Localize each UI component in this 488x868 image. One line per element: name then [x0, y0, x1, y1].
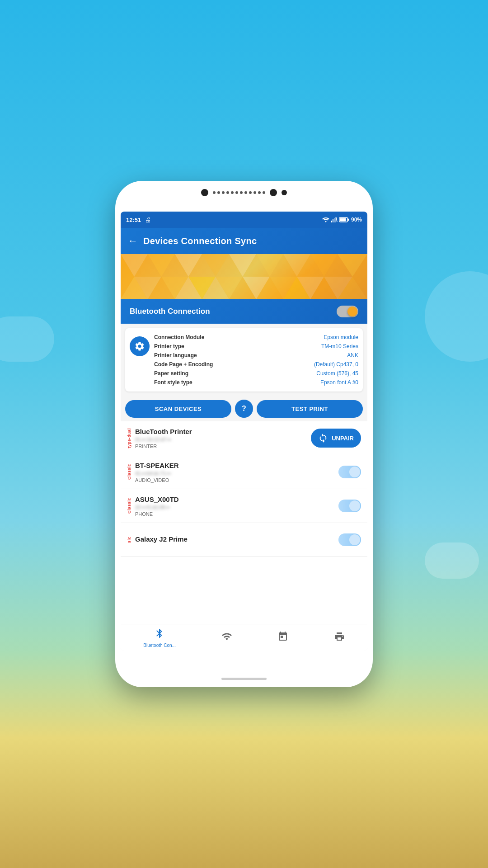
- connect-toggle-2[interactable]: [338, 500, 361, 512]
- back-button[interactable]: ←: [128, 235, 138, 247]
- page-title: Devices Connection Sync: [143, 236, 257, 246]
- settings-row-1: Printer type TM-m10 Series: [154, 342, 358, 351]
- device-info-1: BT-SPEAKER 41:••:b4:dc:71:•• AUDIO_VIDEO: [135, 462, 338, 483]
- banner: [121, 254, 367, 299]
- scan-devices-button[interactable]: SCAN DEVICES: [125, 400, 231, 418]
- device-item-3[interactable]: sic Galaxy J2 Prime: [121, 523, 367, 557]
- device-type-label-1: Classic: [127, 464, 131, 480]
- nav-item-print[interactable]: [329, 631, 349, 645]
- settings-rows: Connection Module Epson module Printer t…: [154, 333, 358, 387]
- status-time: 12:51: [126, 217, 141, 223]
- svg-rect-7: [347, 219, 349, 221]
- device-name-0: BlueTooth Printer: [135, 428, 311, 435]
- test-print-button[interactable]: TEST PRINT: [257, 400, 363, 418]
- bluetooth-icon: [154, 628, 165, 639]
- nav-calendar-icon: [277, 631, 288, 645]
- device-action-0: UNPAIR: [311, 429, 361, 448]
- camera-dot: [201, 189, 208, 196]
- device-type-label-2: Classic: [127, 498, 131, 514]
- settings-value-4: Custom (576), 45: [316, 370, 358, 377]
- bluetooth-connection-title: Bluetooth Connection: [130, 307, 210, 316]
- device-name-1: BT-SPEAKER: [135, 462, 338, 469]
- calendar-icon: [277, 631, 288, 642]
- device-type-label-3: sic: [127, 537, 131, 543]
- connect-knob-2: [349, 500, 360, 511]
- toggle-knob: [347, 307, 357, 316]
- help-button[interactable]: ?: [235, 400, 253, 418]
- device-item-2[interactable]: Classic ASUS_X00TD 22:••:f1:d1:08:•• PHO…: [121, 489, 367, 523]
- device-category-1: AUDIO_VIDEO: [135, 477, 338, 483]
- settings-value-5: Epson font A #0: [320, 379, 358, 386]
- app-bar: ← Devices Connection Sync: [121, 228, 367, 254]
- settings-label-4: Paper setting: [154, 370, 188, 377]
- sync-icon: [318, 433, 328, 443]
- unpair-button-0[interactable]: UNPAIR: [311, 429, 361, 448]
- action-buttons: SCAN DEVICES ? TEST PRINT: [121, 396, 367, 421]
- device-action-3: [338, 533, 361, 546]
- device-list: type-dual BlueTooth Printer 01:••:1b:12:…: [121, 421, 367, 624]
- svg-marker-29: [310, 254, 338, 277]
- settings-row-5: Font style type Epson font A #0: [154, 378, 358, 387]
- svg-marker-23: [256, 254, 283, 277]
- svg-marker-9: [148, 254, 175, 277]
- print-icon: [334, 631, 345, 642]
- sensor-dot2: [282, 190, 287, 195]
- device-mac-0: 01:••:1b:12:d7:••: [135, 437, 311, 442]
- settings-label-1: Printer type: [154, 343, 184, 349]
- connect-toggle-3[interactable]: [338, 533, 361, 546]
- device-item-1[interactable]: Classic BT-SPEAKER 41:••:b4:dc:71:•• AUD…: [121, 455, 367, 489]
- settings-value-0: Epson module: [324, 334, 358, 340]
- status-bar: 12:51 🖨: [121, 212, 367, 228]
- device-action-2: [338, 500, 361, 512]
- svg-marker-26: [283, 254, 310, 277]
- banner-pattern: [121, 254, 367, 299]
- nav-bluetooth-icon: [154, 628, 165, 642]
- device-item-0[interactable]: type-dual BlueTooth Printer 01:••:1b:12:…: [121, 421, 367, 455]
- device-info-2: ASUS_X00TD 22:••:f1:d1:08:•• PHONE: [135, 495, 338, 517]
- phone-notch: [201, 189, 287, 196]
- svg-line-4: [336, 217, 337, 222]
- svg-marker-20: [229, 254, 256, 277]
- phone-screen: 12:51 🖨: [121, 212, 367, 651]
- settings-value-2: ANK: [347, 352, 358, 359]
- signal-icon: [331, 217, 338, 222]
- wifi-status-icon: [322, 217, 329, 222]
- settings-label-3: Code Page + Encoding: [154, 361, 213, 368]
- nav-bluetooth-label: Bluetooth Con...: [143, 643, 176, 648]
- battery-percent: 90%: [351, 217, 362, 223]
- home-indicator: [221, 678, 267, 680]
- settings-value-1: TM-m10 Series: [321, 343, 358, 349]
- device-info-3: Galaxy J2 Prime: [135, 535, 338, 544]
- unpair-label-0: UNPAIR: [332, 435, 354, 442]
- device-mac-2: 22:••:f1:d1:08:••: [135, 505, 338, 510]
- device-category-2: PHONE: [135, 511, 338, 517]
- settings-label-5: Font style type: [154, 379, 192, 386]
- nav-wifi-icon: [221, 631, 232, 645]
- svg-marker-14: [175, 254, 202, 277]
- nav-item-wifi[interactable]: [217, 631, 237, 645]
- connect-toggle-1[interactable]: [338, 466, 361, 478]
- settings-row-4: Paper setting Custom (576), 45: [154, 369, 358, 378]
- settings-value-3: (Default) Cp437, 0: [314, 361, 358, 368]
- nav-item-calendar[interactable]: [273, 631, 293, 645]
- svg-rect-2: [334, 218, 335, 222]
- bluetooth-connection-section: Bluetooth Connection: [121, 299, 367, 324]
- nav-item-bluetooth[interactable]: Bluetooth Con...: [139, 628, 180, 648]
- settings-row-2: Printer language ANK: [154, 351, 358, 360]
- device-name-3: Galaxy J2 Prime: [135, 535, 338, 543]
- device-mac-1: 41:••:b4:dc:71:••: [135, 471, 338, 476]
- speaker-dots: [213, 191, 265, 194]
- bluetooth-toggle[interactable]: [337, 306, 358, 317]
- device-name-2: ASUS_X00TD: [135, 495, 338, 503]
- settings-label-2: Printer language: [154, 352, 197, 359]
- connect-knob-1: [349, 467, 360, 477]
- help-icon: ?: [242, 405, 246, 413]
- print-status-icon: 🖨: [145, 216, 151, 223]
- nav-print-icon: [334, 631, 345, 645]
- settings-label-0: Connection Module: [154, 334, 204, 340]
- device-info-0: BlueTooth Printer 01:••:1b:12:d7:•• PRIN…: [135, 428, 311, 449]
- bottom-nav: Bluetooth Con...: [121, 624, 367, 651]
- svg-rect-6: [340, 218, 346, 222]
- svg-marker-17: [202, 254, 229, 277]
- settings-row-0: Connection Module Epson module: [154, 333, 358, 342]
